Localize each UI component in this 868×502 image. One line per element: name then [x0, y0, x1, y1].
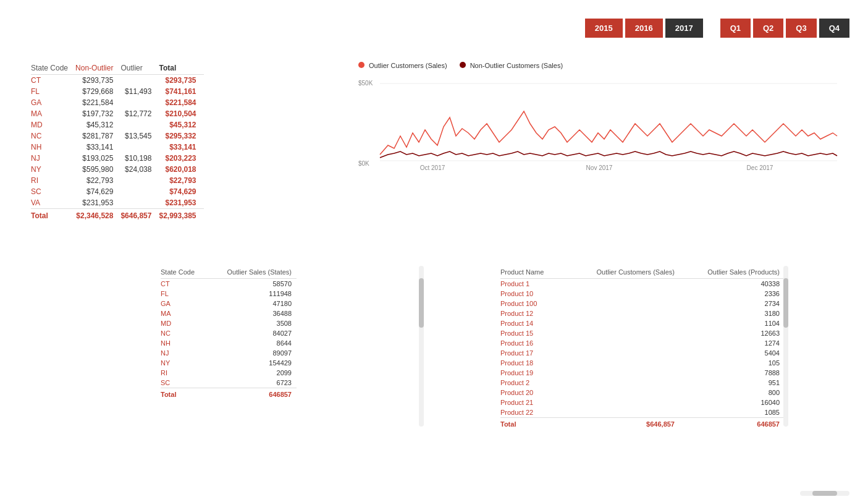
bottom-left-scroll-thumb[interactable]	[419, 278, 424, 328]
table-cell	[120, 186, 159, 197]
table-row: NH8644	[161, 338, 297, 348]
table-row: MA36488	[161, 308, 297, 318]
table-row: MD3508	[161, 318, 297, 328]
table-cell	[567, 388, 680, 398]
year-2015-button[interactable]: 2015	[585, 19, 623, 38]
table-cell: CT	[31, 75, 75, 87]
table-row: VA$231,953$231,953	[31, 197, 204, 209]
table-cell: $11,493	[120, 86, 159, 97]
table-cell: Product 1	[500, 279, 567, 289]
table-cell	[120, 197, 159, 209]
total-cell: $2,993,385	[159, 209, 203, 222]
table-cell: 3508	[209, 318, 297, 328]
table-cell	[567, 378, 680, 388]
table-cell: $281,787	[75, 130, 120, 142]
table-row: FL$729,668$11,493$741,161	[31, 86, 204, 97]
table-cell: $13,545	[120, 130, 159, 142]
table-row: NC84027	[161, 328, 297, 338]
br-col-product: Product Name	[500, 266, 567, 279]
br-col-customers: Outlier Customers (Sales)	[567, 266, 680, 279]
table-cell: $12,772	[120, 108, 159, 119]
table-cell: $231,953	[159, 197, 203, 209]
table-cell: 951	[680, 378, 785, 388]
total-cell: Total	[161, 388, 209, 400]
line-chart-svg: $50K $0K Oct 2017 Nov 2017 Dec 2017	[358, 74, 840, 170]
bottom-left-scrollbar[interactable]	[419, 266, 424, 427]
table-cell: $193,025	[75, 153, 120, 164]
table-cell: NC	[31, 130, 75, 142]
table-cell: 5404	[680, 348, 785, 358]
total-row: Total$2,346,528$646,857$2,993,385	[31, 209, 204, 222]
table-row: Product 123180	[500, 308, 785, 318]
bottom-horizontal-scrollbar[interactable]	[800, 491, 849, 496]
outlier-legend-label: Outlier Customers (Sales)	[369, 62, 447, 69]
table-cell	[567, 358, 680, 368]
table-cell	[120, 175, 159, 186]
non-outlier-legend-dot	[460, 62, 466, 68]
q1-button[interactable]: Q1	[720, 19, 751, 38]
table-row: MD$45,312$45,312	[31, 119, 204, 130]
table-cell: FL	[161, 289, 209, 299]
table-cell: Product 21	[500, 398, 567, 407]
table-row: Product 1002734	[500, 299, 785, 308]
q3-button[interactable]: Q3	[786, 19, 816, 38]
table-cell: 12663	[680, 328, 785, 338]
col-total: Total	[159, 62, 203, 75]
svg-text:Oct 2017: Oct 2017	[420, 164, 445, 170]
table-cell: Product 18	[500, 358, 567, 368]
bottom-scroll-thumb[interactable]	[812, 491, 837, 496]
table-cell: 105	[680, 358, 785, 368]
table-row: CT$293,735$293,735	[31, 75, 204, 87]
table-row: GA47180	[161, 299, 297, 308]
table-cell: $293,735	[75, 75, 120, 87]
table-cell: $620,018	[159, 164, 203, 175]
table-row: Product 175404	[500, 348, 785, 358]
bottom-left-table-container: State Code Outlier Sales (States) CT5857…	[161, 266, 297, 399]
table-cell: SC	[161, 378, 209, 388]
table-cell	[120, 75, 159, 87]
table-cell	[567, 289, 680, 299]
table-cell: 40338	[680, 279, 785, 289]
year-2016-button[interactable]: 2016	[625, 19, 663, 38]
top-left-table-container: State Code Non-Outlier Outlier Total CT$…	[31, 62, 204, 221]
total-row: Total646857	[161, 388, 297, 400]
q2-button[interactable]: Q2	[753, 19, 783, 38]
state-outlier-sales-table: State Code Outlier Sales (States) CT5857…	[161, 266, 297, 399]
non-outlier-legend-label: Non-Outlier Customers (Sales)	[470, 62, 563, 69]
table-cell	[567, 398, 680, 407]
table-cell: 2099	[209, 368, 297, 378]
table-cell	[567, 407, 680, 418]
table-cell	[120, 142, 159, 153]
table-cell: SC	[31, 186, 75, 197]
svg-text:Nov 2017: Nov 2017	[586, 164, 613, 170]
table-cell: 1104	[680, 318, 785, 328]
table-cell: MD	[161, 318, 209, 328]
bottom-right-scroll-thumb[interactable]	[783, 278, 788, 328]
table-cell: 111948	[209, 289, 297, 299]
table-row: NJ89097	[161, 348, 297, 358]
table-cell: Product 22	[500, 407, 567, 418]
table-cell: GA	[161, 299, 209, 308]
table-cell: NJ	[161, 348, 209, 358]
svg-text:$50K: $50K	[358, 80, 373, 87]
table-row: RI2099	[161, 368, 297, 378]
svg-text:Dec 2017: Dec 2017	[747, 164, 773, 170]
table-cell	[567, 299, 680, 308]
bottom-right-table-container: Product Name Outlier Customers (Sales) O…	[500, 266, 785, 429]
table-cell	[567, 338, 680, 348]
bottom-right-scrollbar[interactable]	[783, 266, 788, 427]
state-summary-table: State Code Non-Outlier Outlier Total CT$…	[31, 62, 204, 221]
table-cell: 36488	[209, 308, 297, 318]
table-row: MA$197,732$12,772$210,504	[31, 108, 204, 119]
table-cell	[567, 348, 680, 358]
table-cell: 3180	[680, 308, 785, 318]
table-cell: RI	[161, 368, 209, 378]
total-row: Total$646,857646857	[500, 418, 785, 430]
table-cell: $221,584	[75, 97, 120, 108]
col-state-code: State Code	[31, 62, 75, 75]
table-row: NY$595,980$24,038$620,018	[31, 164, 204, 175]
q4-button[interactable]: Q4	[819, 19, 849, 38]
table-cell: FL	[31, 86, 75, 97]
table-cell: Product 2	[500, 378, 567, 388]
year-2017-button[interactable]: 2017	[665, 19, 703, 38]
